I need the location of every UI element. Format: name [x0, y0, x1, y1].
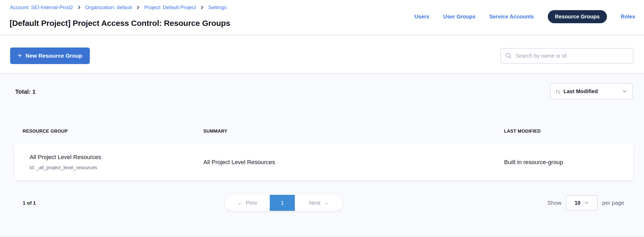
sort-arrows-icon: ↑↓ — [555, 88, 560, 94]
sort-dropdown[interactable]: ↑↓ Last Modified — [550, 83, 633, 100]
breadcrumb-organization-link[interactable]: Organization: default — [85, 5, 132, 10]
resource-groups-page: Account: SEI-Internal-Prod2 Organization… — [0, 0, 644, 237]
chevron-down-icon — [584, 200, 589, 206]
chevron-right-icon — [136, 5, 140, 10]
pagination-control: ← Prev 1 Next → — [225, 195, 343, 211]
page-title: [Default Project] Project Access Control… — [10, 19, 230, 28]
resource-group-id: Id: _all_project_level_resources — [30, 165, 97, 171]
prev-page-button[interactable]: ← Prev — [225, 195, 270, 211]
arrow-right-icon: → — [323, 200, 329, 206]
column-header-last-modified: LAST MODIFIED — [504, 129, 541, 134]
page-size-value: 10 — [574, 200, 580, 206]
breadcrumb-account-link[interactable]: Account: SEI-Internal-Prod2 — [10, 5, 73, 10]
show-label: Show — [548, 200, 562, 206]
breadcrumb-project-link[interactable]: Project: Default Project — [144, 5, 196, 10]
search-input[interactable] — [516, 53, 629, 59]
tab-users[interactable]: Users — [414, 14, 429, 20]
resource-group-last-modified: Built in resource-group — [504, 159, 563, 166]
resource-groups-list-section: Total: 1 ↑↓ Last Modified RESOURCE GROUP… — [0, 74, 644, 237]
tab-resource-groups[interactable]: Resource Groups — [548, 10, 607, 23]
table-row[interactable]: All Project Level Resources Id: _all_pro… — [15, 144, 633, 180]
resource-group-summary: All Project Level Resources — [203, 159, 275, 166]
resource-group-name: All Project Level Resources — [30, 154, 101, 161]
tab-roles[interactable]: Roles — [621, 14, 635, 20]
access-control-tabs: Users User Groups Service Accounts Resou… — [414, 10, 635, 23]
plus-icon: + — [18, 52, 22, 59]
search-box[interactable] — [500, 48, 634, 64]
total-count-label: Total: 1 — [15, 88, 36, 95]
breadcrumb: Account: SEI-Internal-Prod2 Organization… — [10, 5, 227, 10]
chevron-right-icon — [200, 5, 204, 10]
new-resource-group-label: New Resource Group — [25, 53, 82, 59]
tab-user-groups[interactable]: User Groups — [443, 14, 475, 20]
next-label: Next — [309, 200, 320, 206]
pagination-range-label: 1 of 1 — [23, 200, 36, 206]
prev-label: Prev — [246, 200, 257, 206]
sort-selected-value: Last Modified — [564, 88, 598, 94]
page-size-control: Show 10 per page — [548, 195, 624, 211]
column-header-resource-group: RESOURCE GROUP — [23, 129, 68, 134]
toolbar: + New Resource Group — [0, 35, 644, 74]
tab-service-accounts[interactable]: Service Accounts — [489, 14, 534, 20]
new-resource-group-button[interactable]: + New Resource Group — [10, 48, 90, 64]
search-icon — [505, 52, 512, 59]
breadcrumb-settings-link[interactable]: Settings — [208, 5, 227, 10]
column-header-summary: SUMMARY — [203, 129, 227, 134]
arrow-left-icon: ← — [238, 200, 243, 206]
chevron-right-icon — [77, 5, 81, 10]
page-header: Account: SEI-Internal-Prod2 Organization… — [0, 0, 644, 35]
next-page-button[interactable]: Next → — [295, 195, 343, 211]
page-size-select[interactable]: 10 — [566, 195, 598, 211]
page-1-button[interactable]: 1 — [270, 195, 295, 211]
chevron-down-icon — [622, 88, 627, 94]
per-page-label: per page — [602, 200, 624, 206]
